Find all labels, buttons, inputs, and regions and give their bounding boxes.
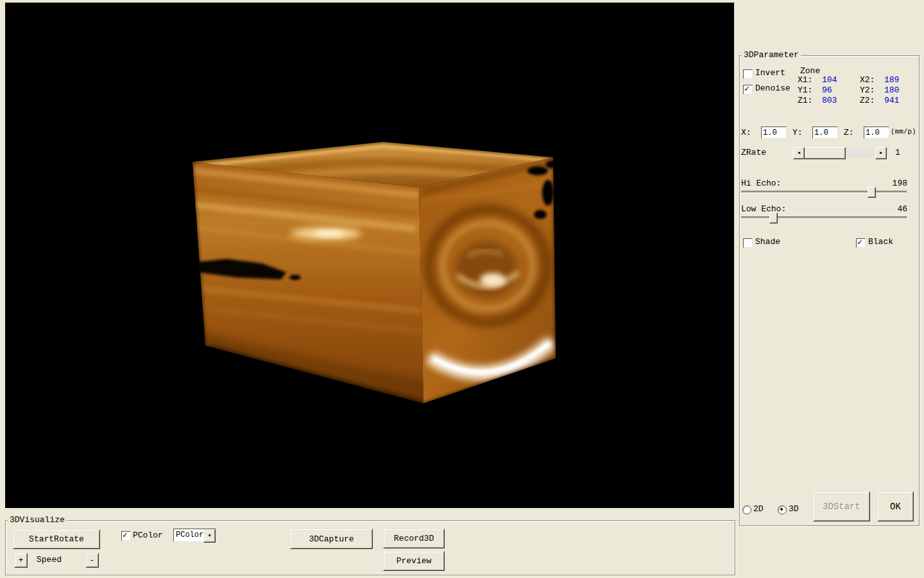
scale-y-input[interactable] xyxy=(812,127,838,139)
low-echo-slider-track[interactable] xyxy=(741,216,907,219)
zone-x2-label: X2: xyxy=(860,75,875,85)
param-groupbox xyxy=(739,55,920,526)
invert-label: Invert xyxy=(755,68,785,78)
visualize-groupbox-title: 3DVisualize xyxy=(8,516,67,525)
pcolor-combobox-value: PColor xyxy=(176,530,203,539)
hi-echo-slider-track[interactable] xyxy=(741,191,907,193)
zrate-label: ZRate xyxy=(741,148,766,157)
invert-checkbox[interactable] xyxy=(743,69,753,79)
zrate-scrollbar-track[interactable] xyxy=(803,147,877,158)
hi-echo-label: Hi Echo: xyxy=(741,179,781,188)
scale-unit-label: (mm/p) xyxy=(891,127,916,137)
zone-y1-label: Y1: xyxy=(798,85,812,95)
pcolor-label: PColor xyxy=(133,530,163,540)
zone-z2-label: Z2: xyxy=(860,96,875,105)
shade-label: Shade xyxy=(755,237,780,247)
ok-button[interactable]: OK xyxy=(877,491,914,521)
zrate-scrollbar-thumb[interactable] xyxy=(803,147,846,159)
scale-x-input[interactable] xyxy=(761,127,787,139)
zone-y1-value: 96 xyxy=(822,85,832,95)
speed-minus-button[interactable]: - xyxy=(85,553,99,568)
preview-button[interactable]: Preview xyxy=(383,551,445,571)
pcolor-combobox[interactable]: PColor ▼ xyxy=(173,529,216,542)
scale-z-input[interactable] xyxy=(864,127,889,139)
scale-x-label: X: xyxy=(741,128,751,137)
speed-plus-button[interactable]: + xyxy=(14,553,28,568)
speed-label: Speed xyxy=(37,555,62,565)
chevron-down-icon: ▼ xyxy=(208,534,210,538)
mode-3d-radio[interactable] xyxy=(778,505,787,514)
shade-checkbox[interactable] xyxy=(743,238,753,248)
low-echo-value: 46 xyxy=(884,204,907,214)
low-echo-slider-thumb[interactable] xyxy=(769,213,778,223)
left-arrow-icon: ◄ xyxy=(798,151,800,155)
black-label: Black xyxy=(868,237,893,247)
zrate-value: 1 xyxy=(895,148,900,157)
param-groupbox-title: 3DParameter xyxy=(742,51,801,60)
zone-x2-value: 189 xyxy=(884,75,899,85)
zone-z1-label: Z1: xyxy=(798,96,812,105)
render-viewport[interactable] xyxy=(5,3,734,508)
zone-x1-label: X1: xyxy=(798,75,812,85)
hi-echo-value: 198 xyxy=(884,179,907,188)
denoise-label: Denoise xyxy=(755,83,791,93)
zrate-scrollbar[interactable]: ◄ ► xyxy=(793,147,887,158)
pcolor-checkbox[interactable] xyxy=(121,531,131,541)
zrate-scroll-right-button[interactable]: ► xyxy=(875,147,887,159)
black-checkbox[interactable] xyxy=(856,238,866,248)
pcolor-combobox-dropdown-button[interactable]: ▼ xyxy=(203,529,216,543)
mode-3d-label: 3D xyxy=(789,504,799,514)
low-echo-label: Low Echo: xyxy=(741,204,786,214)
start3d-button[interactable]: 3DStart xyxy=(813,491,870,521)
start-rotate-button[interactable]: StartRotate xyxy=(13,529,100,549)
scale-z-label: Z: xyxy=(844,128,854,137)
zone-y2-label: Y2: xyxy=(860,85,875,95)
record-3d-button[interactable]: Record3D xyxy=(383,529,445,548)
mode-2d-label: 2D xyxy=(753,504,764,514)
ultrasound-volume-render xyxy=(5,3,734,508)
zone-z1-value: 803 xyxy=(822,96,837,105)
zrate-scroll-left-button[interactable]: ◄ xyxy=(793,147,805,159)
zone-x1-value: 104 xyxy=(822,75,837,85)
right-arrow-icon: ► xyxy=(880,151,882,155)
mode-2d-radio[interactable] xyxy=(742,505,751,514)
capture-3d-button[interactable]: 3DCapture xyxy=(290,529,373,549)
denoise-checkbox[interactable] xyxy=(743,85,753,94)
hi-echo-slider-thumb[interactable] xyxy=(868,187,876,198)
zone-y2-value: 180 xyxy=(884,85,899,95)
scale-y-label: Y: xyxy=(792,128,803,137)
zone-title: Zone xyxy=(800,66,820,76)
zone-z2-value: 941 xyxy=(884,96,899,105)
